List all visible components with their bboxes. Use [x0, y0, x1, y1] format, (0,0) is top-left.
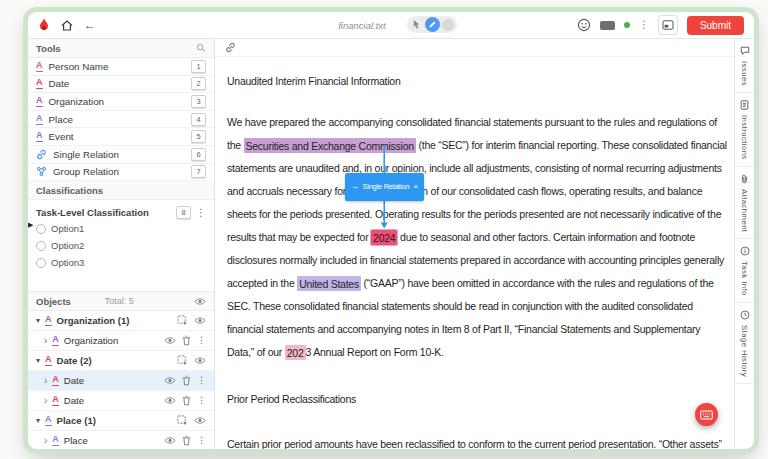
classification-option-2[interactable]: Option2	[36, 238, 206, 253]
trash-icon[interactable]	[182, 375, 191, 386]
status-badge	[600, 21, 615, 30]
link-icon[interactable]	[225, 42, 236, 53]
tab-instructions[interactable]: Instructions	[735, 93, 754, 167]
right-tabstrip: Issues Instructions Attachment Task Info	[734, 39, 754, 449]
objects-total: Total: 5	[105, 296, 134, 306]
trash-icon[interactable]	[182, 335, 191, 346]
document-area: Unaudited Interim Financial Information …	[215, 70, 734, 449]
keyboard-shortcuts-button[interactable]	[695, 403, 718, 426]
entity-label-icon: A	[36, 114, 43, 125]
entity-label-icon: A	[52, 395, 59, 406]
eye-icon[interactable]	[194, 416, 206, 425]
entity-label-icon: A	[45, 415, 52, 426]
tab-attachment[interactable]: Attachment	[735, 167, 754, 239]
classification-kebab-icon[interactable]: ⋮	[196, 208, 206, 218]
pan-mode-icon[interactable]	[442, 19, 454, 31]
tab-task-info[interactable]: Task Info	[735, 239, 754, 303]
tool-organization[interactable]: A Organization 3	[28, 93, 214, 111]
tool-event[interactable]: A Event 5	[28, 128, 214, 146]
entity-label-icon: A	[36, 61, 43, 72]
radio-icon	[36, 258, 46, 268]
paperclip-icon	[740, 174, 749, 184]
single-relation-icon	[36, 149, 47, 160]
relation-close-icon[interactable]: ×	[413, 183, 417, 191]
objects-list: ▾ A Organization (1) › A Organization ⋮ …	[28, 311, 214, 449]
submit-button[interactable]: Submit	[687, 16, 744, 35]
trash-icon[interactable]	[182, 435, 191, 446]
relation-badge-label: Single Relation	[363, 175, 410, 198]
annotate-mode-icon[interactable]	[425, 17, 440, 32]
row-kebab-icon[interactable]: ⋮	[197, 436, 206, 445]
tool-date[interactable]: A Date 2	[28, 76, 214, 94]
object-date-1[interactable]: › A Date ⋮	[28, 371, 214, 391]
shortcut-badge: 3	[191, 95, 206, 108]
eye-icon[interactable]	[194, 356, 206, 365]
object-organization-1[interactable]: › A Organization ⋮	[28, 331, 214, 351]
paragraph-2: Certain prior period amounts have been r…	[227, 433, 729, 449]
shortcut-badge: 1	[191, 60, 206, 73]
eye-icon[interactable]	[164, 336, 176, 345]
row-kebab-icon[interactable]: ⋮	[197, 376, 206, 385]
document-lines-icon	[740, 100, 749, 110]
row-kebab-icon[interactable]: ⋮	[197, 336, 206, 345]
entity-date-202[interactable]: 202	[285, 345, 306, 360]
object-group-place[interactable]: ▾ A Place (1)	[28, 411, 214, 431]
classification-option-3[interactable]: Option3	[36, 255, 206, 270]
object-group-organization[interactable]: ▾ A Organization (1)	[28, 311, 214, 331]
object-group-date[interactable]: ▾ A Date (2)	[28, 351, 214, 371]
shortcut-badge: 4	[191, 113, 206, 126]
chevron-right-icon[interactable]: ›	[44, 336, 47, 346]
classification-options: Option1 Option2 Option3	[36, 221, 206, 270]
document-heading-2: Prior Period Reclassifications	[227, 388, 729, 411]
shortcut-badge: 8	[176, 206, 191, 219]
classification-option-1[interactable]: Option1	[36, 221, 206, 236]
relation-badge[interactable]: → Single Relation ×	[345, 173, 423, 201]
tab-issues[interactable]: Issues	[735, 39, 754, 93]
eye-icon[interactable]	[194, 297, 206, 306]
main-area: Unaudited Interim Financial Information …	[215, 39, 734, 449]
tool-person-name[interactable]: A Person Name 1	[28, 58, 214, 76]
relation-arrow-icon: →	[351, 175, 358, 198]
eye-icon[interactable]	[164, 396, 176, 405]
entity-organization-sec[interactable]: Securities and Exchange Commission	[244, 138, 416, 153]
entity-label-icon: A	[45, 355, 52, 366]
eye-icon[interactable]	[164, 376, 176, 385]
select-objects-icon[interactable]	[177, 355, 188, 366]
tab-stage-history[interactable]: Stage History	[735, 303, 754, 384]
select-objects-icon[interactable]	[177, 315, 188, 326]
cursor-mode-icon[interactable]	[410, 18, 423, 31]
shortcut-badge: 6	[191, 148, 206, 161]
row-kebab-icon[interactable]: ⋮	[197, 396, 206, 405]
chevron-right-icon[interactable]: ›	[44, 436, 47, 446]
caret-down-icon[interactable]: ▾	[36, 417, 40, 425]
chevron-right-icon[interactable]: ›	[44, 376, 47, 386]
feedback-smiley-icon[interactable]	[577, 18, 591, 32]
home-icon[interactable]	[61, 20, 73, 31]
tool-place[interactable]: A Place 4	[28, 111, 214, 129]
entity-label-icon: A	[36, 131, 43, 142]
topbar-kebab-icon[interactable]: ⋮	[639, 20, 649, 30]
select-objects-icon[interactable]	[177, 415, 188, 426]
object-place-1[interactable]: › A Place ⋮	[28, 431, 214, 449]
eye-icon[interactable]	[194, 316, 206, 325]
caret-down-icon[interactable]: ▾	[36, 357, 40, 365]
chevron-right-icon[interactable]: ›	[44, 396, 47, 406]
tool-single-relation[interactable]: Single Relation 6	[28, 146, 214, 164]
caret-down-icon[interactable]: ▾	[36, 317, 40, 325]
entity-label-icon: A	[36, 96, 43, 107]
sidebar-collapse-handle[interactable]: ▶	[28, 221, 33, 229]
trash-icon[interactable]	[182, 395, 191, 406]
shortcut-badge: 5	[191, 130, 206, 143]
snapshot-button[interactable]	[658, 15, 678, 35]
eye-icon[interactable]	[164, 436, 176, 445]
search-icon[interactable]	[196, 43, 206, 53]
entity-label-icon: A	[36, 78, 43, 89]
tool-group-relation[interactable]: Group Relation 7	[28, 164, 214, 182]
objects-panel: Objects Total: 5 ▾ A Organization (1) › …	[28, 291, 214, 449]
document-toolbar	[215, 39, 734, 57]
back-arrow-icon[interactable]: ←	[84, 19, 96, 31]
object-date-2[interactable]: › A Date ⋮	[28, 391, 214, 411]
entity-place-united-states[interactable]: United States	[297, 276, 361, 291]
entity-date-2024[interactable]: 2024	[371, 230, 397, 245]
tools-panel-header: Tools	[28, 39, 214, 58]
